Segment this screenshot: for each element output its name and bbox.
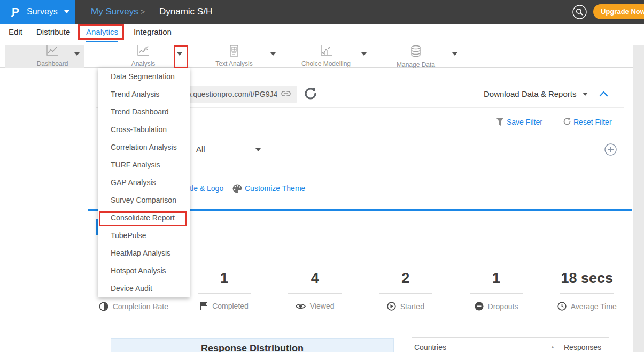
product-name: Surveys <box>27 7 58 17</box>
completion-rate-icon <box>99 302 108 311</box>
stat-label: Viewed <box>310 302 335 310</box>
choice-modelling-dropdown-caret[interactable] <box>361 52 367 56</box>
stat-dropouts: 1 Dropouts <box>451 246 542 311</box>
toolbar-text-analysis[interactable]: Text Analysis <box>194 45 274 67</box>
stat-value: 18 secs <box>541 270 632 288</box>
sort-icon[interactable]: ▲ <box>589 345 593 349</box>
play-circle-icon <box>387 302 396 311</box>
database-icon <box>409 45 422 58</box>
menu-item-gap-analysis[interactable]: GAP Analysis <box>98 174 190 192</box>
stat-average-time: 18 secs Average Time <box>541 246 632 311</box>
stat-label: Completed <box>212 302 249 310</box>
stat-started: 2 Started <box>360 246 451 311</box>
clock-icon <box>557 302 567 311</box>
collapse-chevron-up-icon[interactable] <box>599 90 608 97</box>
responses-column-header[interactable]: Responses <box>564 343 601 351</box>
sort-icon[interactable]: ▲ <box>550 345 555 349</box>
analysis-dropdown-menu: Data Segmentation Trend Analysis Trend D… <box>98 68 190 297</box>
stat-value: 1 <box>451 270 542 288</box>
survey-url-field[interactable]: w.questionpro.com/t/PG9J4 <box>182 86 297 103</box>
questionpro-analytics-page: P Surveys My Surveys > Dynamic S/H Upgra… <box>0 0 644 352</box>
stat-value: 4 <box>269 270 360 288</box>
chevron-down-icon <box>64 10 69 13</box>
add-filter-plus-icon[interactable] <box>604 143 617 156</box>
filter-funnel-icon <box>496 118 503 126</box>
annotation-box-analysis-caret <box>174 45 188 68</box>
eye-icon <box>296 303 306 310</box>
toolbar-choice-modelling-label: Choice Modelling <box>286 60 366 67</box>
product-switcher[interactable]: P Surveys <box>0 0 75 24</box>
toolbar-manage-data-label: Manage Data <box>376 61 456 68</box>
stat-viewed: 4 Viewed <box>269 246 360 311</box>
annotation-box-analytics-tab <box>78 24 124 40</box>
tab-edit[interactable]: Edit <box>9 24 22 41</box>
segment-select-caret-icon <box>255 148 261 151</box>
scatter-chart-icon <box>319 45 333 57</box>
segment-select[interactable]: All <box>196 144 205 154</box>
analysis-chart-icon <box>136 45 150 57</box>
annotation-box-consolidate-report <box>99 211 187 226</box>
questionpro-logo-icon: P <box>12 5 19 18</box>
toolbar-choice-modelling[interactable]: Choice Modelling <box>286 45 366 67</box>
search-icon[interactable] <box>572 5 587 19</box>
tab-distribute[interactable]: Distribute <box>36 24 70 41</box>
stat-completed: 1 Completed <box>179 246 270 311</box>
menu-item-survey-comparison[interactable]: Survey Comparison <box>98 192 190 209</box>
menu-item-cross-tabulation[interactable]: Cross-Tabulation <box>98 121 190 139</box>
stat-label: Completion Rate <box>113 302 168 311</box>
reset-filter-button[interactable]: Reset Filter <box>573 118 612 126</box>
toolbar-analysis-label: Analysis <box>103 60 183 67</box>
text-analysis-dropdown-caret[interactable] <box>270 52 276 56</box>
breadcrumb-my-surveys[interactable]: My Surveys <box>91 0 138 24</box>
minus-circle-icon <box>475 302 484 311</box>
response-distribution-header: Response Distribution <box>111 338 394 352</box>
menu-item-heatmap-analysis[interactable]: HeatMap Analysis <box>98 244 190 262</box>
globe-share-icon[interactable] <box>305 88 316 100</box>
stat-label: Average Time <box>571 302 617 311</box>
download-caret-icon <box>583 93 588 96</box>
segment-select-underline <box>194 159 262 159</box>
page-right-gutter <box>633 45 644 352</box>
toolbar-analysis[interactable]: Analysis <box>103 45 183 67</box>
toolbar-dashboard-label: Dashboard <box>12 60 92 67</box>
menu-item-correlation-analysis[interactable]: Correlation Analysis <box>98 139 190 156</box>
top-bar: P Surveys My Surveys > Dynamic S/H Upgra… <box>0 0 644 24</box>
title-logo-link[interactable]: Title & Logo <box>184 184 223 193</box>
countries-table-top-border <box>412 337 609 338</box>
upgrade-now-button[interactable]: Upgrade Now <box>593 4 644 19</box>
stat-label: Started <box>400 302 424 311</box>
palette-icon <box>232 184 242 193</box>
toolbar-text-analysis-label: Text Analysis <box>194 60 274 67</box>
download-data-reports-button[interactable]: Download Data & Reports <box>484 89 576 98</box>
flag-icon <box>200 302 208 310</box>
stat-value: 2 <box>360 270 451 288</box>
survey-url-text: w.questionpro.com/t/PG9J4 <box>186 90 277 98</box>
stat-label: Dropouts <box>488 302 518 311</box>
menu-item-device-audit[interactable]: Device Audit <box>98 280 190 297</box>
menu-item-tubepulse[interactable]: TubePulse <box>98 227 190 244</box>
reset-refresh-icon <box>563 117 571 126</box>
countries-column-header[interactable]: Countries <box>414 343 446 351</box>
toolbar-manage-data[interactable]: Manage Data <box>376 45 456 68</box>
stat-value: 1 <box>179 270 270 288</box>
manage-data-dropdown-caret[interactable] <box>452 52 457 56</box>
link-icon[interactable] <box>281 91 291 97</box>
save-filter-button[interactable]: Save Filter <box>507 118 542 126</box>
menu-item-data-segmentation[interactable]: Data Segmentation <box>98 68 190 86</box>
menu-item-trend-dashboard[interactable]: Trend Dashboard <box>98 103 190 121</box>
document-grid-icon <box>228 45 240 57</box>
menu-item-hotspot-analysis[interactable]: Hotspot Analysis <box>98 262 190 280</box>
breadcrumb-separator: > <box>141 0 145 24</box>
breadcrumb-survey-name: Dynamic S/H <box>159 0 212 24</box>
toolbar-dashboard[interactable]: Dashboard <box>12 45 92 67</box>
customize-theme-link[interactable]: Customize Theme <box>245 184 305 193</box>
line-chart-icon <box>45 45 59 57</box>
dashboard-dropdown-caret[interactable] <box>74 52 80 56</box>
menu-item-turf-analysis[interactable]: TURF Analysis <box>98 156 190 174</box>
menu-item-trend-analysis[interactable]: Trend Analysis <box>98 86 190 103</box>
tab-integration[interactable]: Integration <box>134 24 172 41</box>
